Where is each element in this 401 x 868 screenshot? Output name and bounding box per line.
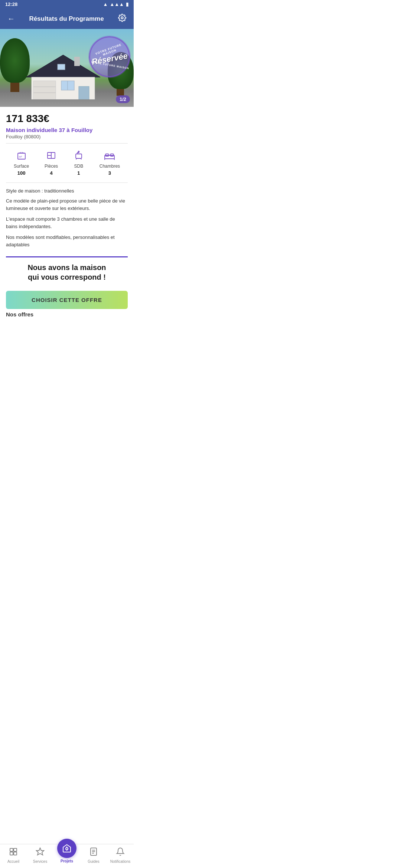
pieces-icon (46, 150, 56, 162)
signal-icon: ▲▲▲ (110, 1, 124, 7)
top-nav: ← Résultats du Programme (0, 9, 134, 29)
chambres-icon (104, 150, 115, 162)
back-button[interactable]: ← (6, 13, 16, 24)
svg-rect-24 (110, 154, 114, 156)
page-title: Résultats du Programme (29, 15, 104, 23)
divider-top (6, 143, 128, 144)
svg-rect-17 (76, 154, 82, 158)
main-content: votre future maison Réservée votre futur… (0, 29, 134, 353)
svg-rect-10 (58, 64, 65, 70)
svg-rect-23 (105, 154, 109, 156)
description-section: Style de maison : traditionnelles Ce mod… (6, 187, 128, 253)
sdb-label: SDB (74, 164, 84, 169)
stat-pieces: Pièces 4 (45, 150, 58, 176)
wifi-icon: ▲ (103, 1, 108, 7)
status-icons: ▲ ▲▲▲ ▮ (103, 1, 128, 7)
pieces-label: Pièces (45, 164, 58, 169)
stat-sdb: SDB 1 (74, 150, 84, 176)
svg-rect-9 (74, 57, 80, 66)
highlight-line-2: qui vous correspond ! (6, 272, 128, 282)
stat-surface: m² Surface 100 (14, 150, 29, 176)
listing-price: 171 833€ (6, 113, 128, 125)
svg-point-0 (121, 17, 123, 19)
nos-offres-label: Nos offres (6, 311, 33, 318)
hero-image: votre future maison Réservée votre futur… (0, 29, 134, 107)
nos-offres-teaser: Nos offres (6, 311, 128, 318)
chambres-svg (104, 150, 115, 161)
divider-middle (6, 183, 128, 183)
surface-value: 100 (17, 170, 26, 176)
style-text: Style de maison : traditionnelles (6, 188, 128, 194)
highlight-section: Nous avons la maison qui vous correspond… (6, 256, 128, 286)
svg-line-21 (81, 158, 81, 160)
svg-rect-3 (33, 81, 56, 99)
surface-svg: m² (16, 150, 27, 161)
stat-chambres: Chambres 3 (100, 150, 120, 176)
chambres-value: 3 (108, 170, 111, 176)
highlight-line-1: Nous avons la maison (6, 263, 128, 272)
listing-content: 171 833€ Maison individuelle 37 à Fouill… (0, 107, 134, 323)
settings-button[interactable] (117, 12, 128, 25)
status-bar: 12:28 ▲ ▲▲▲ ▮ (0, 0, 134, 9)
desc-text-1: Ce modèle de plain-pied propose une bell… (6, 197, 128, 212)
listing-location: Fouilloy (80800) (6, 134, 128, 139)
battery-icon: ▮ (126, 1, 128, 7)
sdb-svg (74, 150, 84, 161)
desc-text-3: Nos modèles sont modifiables, personnali… (6, 234, 128, 248)
pieces-value: 4 (50, 170, 52, 176)
svg-text:m²: m² (19, 155, 22, 158)
sdb-value: 1 (77, 170, 80, 176)
listing-title: Maison individuelle 37 à Fouilloy (6, 127, 128, 133)
choose-offer-button[interactable]: CHOISIR CETTE OFFRE (6, 291, 128, 309)
chambres-label: Chambres (100, 164, 120, 169)
surface-label: Surface (14, 164, 29, 169)
stats-row: m² Surface 100 Pièces 4 (6, 147, 128, 179)
sdb-icon (74, 150, 84, 162)
image-counter: 1/2 (116, 95, 130, 103)
settings-icon (118, 14, 126, 22)
svg-rect-8 (79, 86, 89, 99)
desc-text-2: L'espace nuit comporte 3 chambres et une… (6, 216, 128, 230)
status-time: 12:28 (5, 1, 17, 7)
svg-line-20 (76, 158, 76, 160)
svg-point-19 (78, 151, 79, 152)
pieces-svg (46, 150, 56, 161)
surface-icon: m² (16, 150, 27, 162)
